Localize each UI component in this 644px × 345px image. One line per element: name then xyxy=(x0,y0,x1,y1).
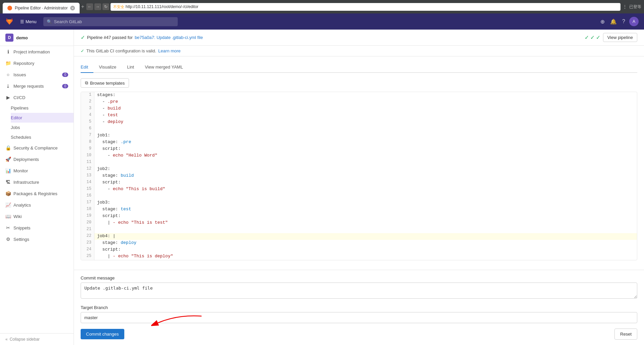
sidebar-item-editor[interactable]: Editor xyxy=(11,113,74,123)
infra-icon: 🏗 xyxy=(5,179,11,185)
sidebar-item-jobs[interactable]: Jobs xyxy=(11,123,74,132)
sidebar-item-pipelines[interactable]: Pipelines xyxy=(11,103,74,113)
sidebar-label-project-information: Project information xyxy=(13,49,50,54)
code-lines: 1 stages: 2 - .pre 3 - build xyxy=(81,92,637,260)
code-line-15: 15 - echo "This is build" xyxy=(81,186,637,193)
tab-visualize[interactable]: Visualize xyxy=(93,62,122,73)
pipeline-commit-link[interactable]: be75a0a7: Update .gitlab-ci.yml file xyxy=(135,35,203,40)
check-icon-2: ✓ xyxy=(590,34,595,41)
user-label: 已登等 xyxy=(629,4,641,10)
sidebar-item-schedules[interactable]: Schedules xyxy=(11,132,74,142)
package-icon: 📦 xyxy=(5,191,11,196)
merge-icon: ⤓ xyxy=(5,83,11,89)
pipeline-checks: ✓ ✓ ✓ xyxy=(585,34,600,41)
view-pipeline-btn[interactable]: View pipeline xyxy=(603,33,637,42)
sidebar-item-deployments[interactable]: 🚀 Deployments xyxy=(0,154,74,165)
commit-actions: Commit changes Reset xyxy=(81,329,637,340)
sidebar: D demo ℹ Project information 📁 Repositor… xyxy=(0,30,74,345)
tab-view-merged[interactable]: View merged YAML xyxy=(139,62,188,73)
create-btn[interactable]: ⊕ xyxy=(599,17,606,26)
code-line-18: 18 stage: test xyxy=(81,206,637,213)
security-icon: 🔒 xyxy=(5,145,11,150)
sidebar-item-packages[interactable]: 📦 Packages & Registries xyxy=(0,188,74,199)
header-search[interactable]: 🔍 Search GitLab xyxy=(43,17,178,26)
user-avatar[interactable]: A xyxy=(629,17,639,26)
cicd-submenu: Pipelines Editor Jobs Schedules xyxy=(0,103,74,142)
menu-button[interactable]: ☰ Menu xyxy=(17,18,39,26)
new-tab-btn[interactable]: + xyxy=(81,4,84,10)
sidebar-label-monitor: Monitor xyxy=(13,168,28,173)
sidebar-item-wiki[interactable]: 📖 Wiki xyxy=(0,211,74,222)
code-line-23: 23 stage: deploy xyxy=(81,240,637,247)
sidebar-label-jobs: Jobs xyxy=(11,125,20,130)
extension-btn[interactable]: ⋮ xyxy=(622,4,627,9)
code-line-8: 8 stage: .pre xyxy=(81,139,637,146)
project-header[interactable]: D demo xyxy=(0,30,74,46)
valid-check-icon: ✓ xyxy=(81,48,84,53)
nav-forward-btn[interactable]: → xyxy=(94,3,101,10)
collapse-sidebar-btn[interactable]: « Collapse sidebar xyxy=(0,333,74,345)
sidebar-item-cicd[interactable]: ▶ CI/CD xyxy=(0,92,74,103)
code-line-9: 9 script: xyxy=(81,146,637,153)
code-line-20: 20 | - echo "This is test" xyxy=(81,220,637,226)
sidebar-label-editor: Editor xyxy=(11,115,22,120)
issues-icon: ○ xyxy=(5,72,11,77)
sidebar-item-settings[interactable]: ⚙ Settings xyxy=(0,233,74,245)
commit-changes-btn[interactable]: Commit changes xyxy=(81,329,124,339)
main-layout: D demo ℹ Project information 📁 Repositor… xyxy=(0,30,644,345)
nav-reload-btn[interactable]: ↻ xyxy=(102,3,109,10)
tab-close-btn[interactable]: ✕ xyxy=(70,6,75,10)
info-icon: ℹ xyxy=(5,49,11,54)
sidebar-item-repository[interactable]: 📁 Repository xyxy=(0,57,74,69)
commit-section: Commit message Update .gitlab-ci.yml fil… xyxy=(74,270,644,345)
tab-edit[interactable]: Edit xyxy=(81,62,93,73)
code-line-13: 13 stage: build xyxy=(81,173,637,179)
sidebar-item-monitor[interactable]: 📊 Monitor xyxy=(0,165,74,176)
sidebar-item-snippets[interactable]: ✂ Snippets xyxy=(0,222,74,233)
commit-message-input[interactable]: Update .gitlab-ci.yml file xyxy=(81,283,637,299)
sidebar-label-security: Security & Compliance xyxy=(13,145,58,150)
sidebar-label-wiki: Wiki xyxy=(13,214,22,219)
sidebar-item-security[interactable]: 🔒 Security & Compliance xyxy=(0,142,74,154)
sidebar-item-merge-requests[interactable]: ⤓ Merge requests 0 xyxy=(0,80,74,92)
sidebar-item-infrastructure[interactable]: 🏗 Infrastructure xyxy=(0,176,74,188)
tab-favicon xyxy=(7,6,12,10)
app: ☰ Menu 🔍 Search GitLab ⊕ 🔔 ? A D demo xyxy=(0,13,644,345)
browse-templates-btn[interactable]: ⧉ Browse templates xyxy=(81,78,129,88)
code-line-10: 10 - echo "Hello Word" xyxy=(81,153,637,159)
project-avatar: D xyxy=(5,34,13,42)
sidebar-item-analytics[interactable]: 📈 Analytics xyxy=(0,199,74,211)
sidebar-label-snippets: Snippets xyxy=(13,225,31,230)
commit-message-label: Commit message xyxy=(81,275,637,281)
nav-back-btn[interactable]: ← xyxy=(86,3,93,10)
sidebar-item-issues[interactable]: ○ Issues 0 xyxy=(0,69,74,80)
tab-lint[interactable]: Lint xyxy=(122,62,139,73)
code-line-3: 3 - build xyxy=(81,105,637,112)
learn-more-link[interactable]: Learn more xyxy=(158,48,180,53)
code-line-11: 11 xyxy=(81,159,637,166)
code-line-6: 6 xyxy=(81,126,637,132)
pipeline-status: ✓ Pipeline #47 passed for be75a0a7: Upda… xyxy=(81,34,203,41)
reset-btn[interactable]: Reset xyxy=(614,329,637,340)
issues-badge: 0 xyxy=(62,73,68,77)
notifications-btn[interactable]: 🔔 xyxy=(609,17,618,26)
sidebar-item-project-information[interactable]: ℹ Project information xyxy=(0,46,74,57)
sidebar-label-infrastructure: Infrastructure xyxy=(13,180,39,185)
browser-actions: ⋮ 已登等 xyxy=(622,4,641,10)
code-editor[interactable]: 1 stages: 2 - .pre 3 - build xyxy=(81,92,637,260)
pipeline-status-text: Pipeline #47 passed for xyxy=(87,35,133,40)
address-bar[interactable]: 不安全 http://10.11.121.111/root/demo/-/ci/… xyxy=(111,3,620,11)
help-btn[interactable]: ? xyxy=(621,17,627,26)
tab-title: Pipeline Editor · Administrator xyxy=(15,6,68,10)
pipeline-status-icon: ✓ xyxy=(81,34,85,41)
code-line-4: 4 - test xyxy=(81,112,637,119)
code-line-7: 7 job1: xyxy=(81,132,637,139)
browser-tab-active[interactable]: Pipeline Editor · Administrator ✕ xyxy=(3,3,80,13)
monitor-icon: 📊 xyxy=(5,168,11,173)
code-line-12: 12 job2: xyxy=(81,166,637,173)
menu-label: Menu xyxy=(26,19,37,24)
code-line-22: 22 job4: | xyxy=(81,233,637,240)
pipeline-actions: ✓ ✓ ✓ View pipeline xyxy=(585,33,637,42)
sidebar-label-merge-requests: Merge requests xyxy=(13,84,44,89)
code-line-1: 1 stages: xyxy=(81,92,637,99)
